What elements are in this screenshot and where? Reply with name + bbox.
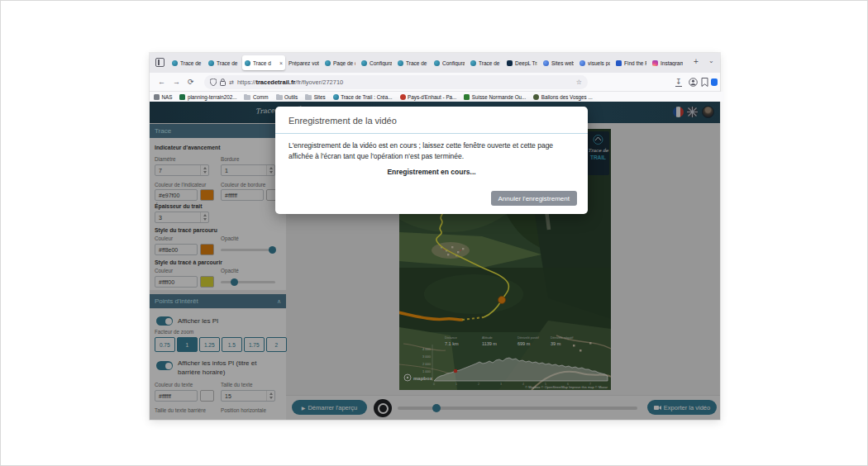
bookmark-nas[interactable]: NAS xyxy=(154,94,172,100)
url-text: https://tracedetrail.fr/fr/flyover/27271… xyxy=(237,78,343,86)
lock-icon xyxy=(220,78,226,86)
tracedetrail-favicon xyxy=(361,60,367,66)
tracedetrail-favicon xyxy=(434,60,440,66)
list-all-tabs-icon[interactable]: ⌄ xyxy=(708,58,714,64)
tab-bar: Trace de T Trace de Trace d× Préparez vo… xyxy=(150,53,720,73)
bookmark-ballons-vosges[interactable]: Ballons des Vosges ... xyxy=(533,94,592,100)
bookmarks-bar: NAS planning-terrain202... Comm Outils S… xyxy=(150,92,724,102)
url-bar: ← → ⟳ ⇄ https://tracedetrail.fr/fr/flyov… xyxy=(150,73,720,92)
cancel-recording-button[interactable]: Annuler l'enregistrement xyxy=(491,191,577,206)
bookmark-tracedetrail[interactable]: Trace de Trail : Créa... xyxy=(333,94,393,100)
save-page-icon[interactable] xyxy=(701,78,708,87)
park-icon xyxy=(533,94,539,100)
modal-body-text: L'enregistrement de la vidéo est en cour… xyxy=(289,140,575,162)
tracedetrail-favicon xyxy=(245,60,250,66)
globe-favicon xyxy=(579,60,585,66)
tracedetrail-favicon xyxy=(208,60,214,66)
back-icon[interactable]: ← xyxy=(158,78,165,86)
modal-title: Enregistrement de la vidéo xyxy=(289,116,397,126)
forward-icon[interactable]: → xyxy=(173,78,180,86)
tab-config-2[interactable]: Configura xyxy=(432,55,467,70)
tab-preparez[interactable]: Préparez votr xyxy=(286,55,322,70)
tab-instagram[interactable]: Instagram xyxy=(650,55,685,70)
instagram-favicon xyxy=(652,60,658,66)
tracedetrail-icon xyxy=(333,94,339,100)
bookmark-pays-denhaut[interactable]: Pays-d'Enhaut - Pa... xyxy=(400,94,457,100)
tab-find[interactable]: Find the P xyxy=(613,55,649,70)
nas-icon xyxy=(154,94,160,100)
tracedetrail-favicon xyxy=(398,60,403,66)
bookmark-planning[interactable]: planning-terrain202... xyxy=(179,94,236,100)
tab-trace-4[interactable]: Trace de T xyxy=(468,55,503,70)
tab-trace-1[interactable]: Trace de T xyxy=(169,55,205,70)
firefox-view-icon[interactable] xyxy=(155,58,165,67)
extension-pin-icon[interactable] xyxy=(711,78,718,86)
tab-trace-2[interactable]: Trace de xyxy=(206,55,241,70)
modal-divider xyxy=(275,133,588,134)
spreadsheet-icon xyxy=(179,94,185,100)
tracedetrail-favicon xyxy=(325,60,331,66)
tab-sites-web[interactable]: Sites web xyxy=(541,55,576,70)
close-tab-icon[interactable]: × xyxy=(279,60,283,66)
bookmark-folder-comm[interactable]: Comm xyxy=(244,94,268,100)
recording-modal: Enregistrement de la vidéo L'enregistrem… xyxy=(275,107,588,214)
tab-trace-active[interactable]: Trace d× xyxy=(242,55,285,70)
tab-config-1[interactable]: Configura xyxy=(359,55,394,70)
screenshot-canvas: Trace de T Trace de Trace d× Préparez vo… xyxy=(0,0,868,466)
globe-favicon xyxy=(543,60,549,66)
flower-icon xyxy=(400,94,406,100)
tab-deepl[interactable]: DeepL Tra xyxy=(504,55,540,70)
recording-status: Enregistrement en cours... xyxy=(275,168,588,176)
tab-trace-3[interactable]: Trace de T xyxy=(395,55,431,70)
folder-icon xyxy=(244,95,250,100)
tracedetrail-favicon xyxy=(172,60,178,66)
tracking-protection-icon[interactable]: ⇄ xyxy=(229,79,234,86)
shield-icon xyxy=(210,78,217,86)
bookmark-star-icon[interactable]: ☆ xyxy=(576,78,582,86)
bookmark-folder-sites[interactable]: Sites xyxy=(305,94,326,100)
tracedetrail-favicon xyxy=(470,60,476,66)
folder-icon xyxy=(305,95,312,100)
address-field[interactable]: ⇄ https://tracedetrail.fr/fr/flyover/272… xyxy=(204,75,588,89)
folder-icon xyxy=(276,95,283,100)
new-tab-button[interactable]: + xyxy=(694,58,699,66)
bookmark-suisse-normande[interactable]: Suisse Normande Ou... xyxy=(464,94,526,100)
browser-window: Trace de T Trace de Trace d× Préparez vo… xyxy=(150,53,720,420)
account-icon[interactable] xyxy=(689,78,698,87)
bookmark-folder-outils[interactable]: Outils xyxy=(276,94,298,100)
green-site-icon xyxy=(464,94,470,100)
download-icon[interactable]: ↧ xyxy=(675,78,682,87)
tab-page[interactable]: Page de c xyxy=(322,55,358,70)
deepl-favicon xyxy=(507,60,513,66)
blue-square-favicon xyxy=(616,60,622,66)
reload-icon[interactable]: ⟳ xyxy=(188,78,194,86)
tab-visuels[interactable]: visuels po xyxy=(577,55,613,70)
